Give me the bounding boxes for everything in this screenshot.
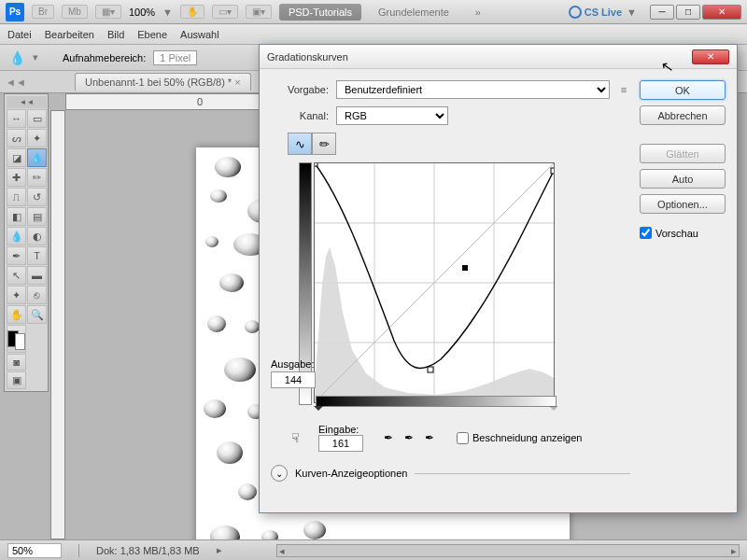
targeted-adjust-icon[interactable]: ☟ [291,430,300,445]
options-button[interactable]: Optionen... [640,194,726,214]
h-scrollbar[interactable]: ◂ ▸ [276,544,740,557]
maximize-button[interactable]: □ [676,5,700,20]
zoom-tool[interactable]: 🔍 [27,305,47,324]
svg-rect-8 [315,163,317,166]
hand-tool[interactable]: ✋ [7,305,26,324]
close-button[interactable]: ✕ [702,5,741,20]
hand-icon[interactable]: ✋ [180,5,204,19]
menubar: Datei Bearbeiten Bild Ebene Auswahl [0,24,747,45]
svg-rect-11 [551,168,554,174]
expand-options-button[interactable]: ⌄ [271,465,288,482]
blur-tool[interactable]: 💧 [7,227,26,245]
zoom-level[interactable]: 100% [129,7,155,18]
dialog-title: Gradationskurven [267,51,348,63]
screenmode-icon[interactable]: ▣ [7,371,26,389]
workspace-more[interactable]: » [466,4,490,21]
output-field[interactable] [271,371,316,388]
channel-select[interactable]: RGB [336,106,448,125]
preset-select[interactable]: Benutzerdefiniert [336,80,610,99]
ok-button[interactable]: OK [640,80,726,100]
curves-dialog: Gradationskurven ✕ Vorgabe: Benutzerdefi… [259,44,738,513]
auto-button[interactable]: Auto [640,169,726,189]
lasso-tool[interactable]: ᔕ [7,129,26,147]
input-label: Eingabe: [318,424,363,435]
shape-tool[interactable]: ▬ [27,266,47,285]
minimize-button[interactable]: ─ [650,5,674,20]
document-tab[interactable]: Unbenannt-1 bei 50% (RGB/8) * × [75,73,251,91]
expand-label: Kurven-Anzeigeoptionen [295,468,407,479]
channel-label: Kanal: [271,110,329,121]
smooth-button[interactable]: Glätten [640,144,726,163]
dialog-titlebar[interactable]: Gradationskurven ✕ [260,45,737,69]
app-icon[interactable]: Ps [6,3,24,21]
menu-bearbeiten[interactable]: Bearbeiten [45,29,94,40]
eyedropper-icon: 💧 [9,50,25,65]
input-gradient [316,396,557,407]
menu-auswahl[interactable]: Auswahl [180,29,219,40]
menu-bild[interactable]: Bild [107,29,124,40]
ruler-vertical [50,110,65,539]
marquee-tool[interactable]: ▭ [27,109,47,128]
gradient-tool[interactable]: ▤ [27,207,47,226]
input-field[interactable] [318,435,363,452]
menu-datei[interactable]: Datei [7,29,32,40]
cancel-button[interactable]: Abbrechen [640,105,726,125]
wand-tool[interactable]: ✦ [27,129,47,147]
stamp-tool[interactable]: ⎍ [7,188,26,206]
bridge-btn[interactable]: Br [32,5,54,19]
svg-rect-10 [462,265,468,271]
screen-icon[interactable]: ▣▾ [246,5,272,19]
white-dropper-icon[interactable]: ✒ [421,429,438,446]
tab-close-icon[interactable]: × [234,77,240,88]
zoom-field[interactable] [7,543,62,558]
pen-tool[interactable]: ✒ [7,246,26,265]
statusbar: Dok: 1,83 MB/1,83 MB ▸ ◂ ▸ [0,539,747,560]
cs-live[interactable]: CS Live▼ [569,6,637,19]
app-topbar: Ps Br Mb ▦▾ 100%▼ ✋ ▭▾ ▣▾ PSD-Tutorials … [0,0,747,24]
crop-tool[interactable]: ◪ [7,148,26,167]
eyedropper-tool[interactable]: 💧 [27,148,47,167]
doc-size: Dok: 1,83 MB/1,83 MB [96,545,200,556]
dodge-tool[interactable]: ◐ [27,227,47,245]
preview-checkbox[interactable]: Vorschau [640,227,726,239]
swatches[interactable] [7,325,26,353]
sample-label: Aufnahmebereich: [63,52,146,63]
clipping-checkbox[interactable]: Beschneidung anzeigen [457,432,582,444]
status-menu-icon[interactable]: ▸ [217,544,222,556]
minibridge-btn[interactable]: Mb [62,5,88,19]
view-icon[interactable]: ▦▾ [95,5,121,19]
workspace-tab-active[interactable]: PSD-Tutorials [279,4,361,21]
dialog-close-button[interactable]: ✕ [692,49,729,64]
toolbox: ↔ ▭ ᔕ ✦ ◪ 💧 ✚ ✏ ⎍ ↺ ◧ ▤ 💧 ◐ ✒ T ↖ ▬ ✦ ⎋ … [4,93,49,392]
eraser-tool[interactable]: ◧ [7,207,26,226]
workspace-tab-2[interactable]: Grundelemente [369,4,458,21]
preset-menu-icon[interactable]: ≡ [617,83,630,96]
black-dropper-icon[interactable]: ✒ [380,429,397,446]
type-tool[interactable]: T [27,246,47,265]
arrange-icon[interactable]: ▭▾ [212,5,238,19]
history-brush-tool[interactable]: ↺ [27,188,47,206]
output-label: Ausgabe: [271,358,327,370]
heal-tool[interactable]: ✚ [7,168,26,187]
gray-dropper-icon[interactable]: ✒ [401,429,417,446]
brush-tool[interactable]: ✏ [27,168,47,187]
move-tool[interactable]: ↔ [7,109,26,128]
preset-label: Vorgabe: [271,84,329,95]
3d-cam-tool[interactable]: ⎋ [27,286,47,304]
curve-draw-tool[interactable]: ✏ [312,133,336,155]
sample-dropdown[interactable]: 1 Pixel [153,50,197,65]
quickmask-icon[interactable]: ◙ [7,354,26,371]
3d-tool[interactable]: ✦ [7,286,26,304]
menu-ebene[interactable]: Ebene [137,29,167,40]
path-tool[interactable]: ↖ [7,266,26,285]
curve-point-tool[interactable]: ∿ [288,133,312,155]
